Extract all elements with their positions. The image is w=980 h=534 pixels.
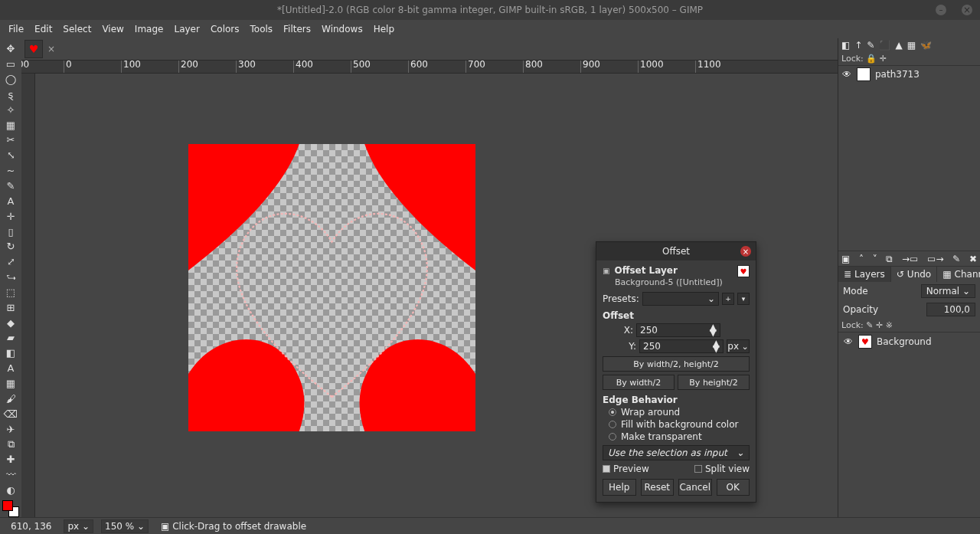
path-stroke-icon[interactable]: ✎ [952,254,960,264]
image-tab-close[interactable]: × [46,44,57,54]
align-tool-icon[interactable]: ▯ [2,224,19,238]
split-view-checkbox[interactable]: Split view [694,464,750,474]
crop-tool-icon[interactable]: ✂ [2,133,19,147]
cancel-button[interactable]: Cancel [678,479,712,496]
perspective-tool-icon[interactable]: ⬚ [2,286,19,300]
flip-tool-icon[interactable]: ⮑ [2,270,19,284]
path-delete-icon[interactable]: ✖ [969,254,977,264]
preset-add-button[interactable]: + [722,293,734,305]
menu-filters[interactable]: Filters [278,21,316,37]
paths-list[interactable]: 👁 path3713 [838,66,980,251]
smudge-tool-icon[interactable]: 〰 [2,468,19,482]
gradient-tool-icon[interactable]: ◧ [2,346,19,360]
by-half-both-button[interactable]: By width/2, height/2 [603,356,750,372]
by-height-half-button[interactable]: By height/2 [678,375,750,390]
dock-icon[interactable]: ▲ [895,40,902,51]
bucket-tool-icon[interactable]: ▰ [2,331,19,345]
menu-layer[interactable]: Layer [168,21,204,37]
radio-transparent[interactable]: Make transparent [609,431,750,442]
opacity-input[interactable]: 100,0 [926,303,975,316]
airbrush-tool-icon[interactable]: ✈ [2,422,19,436]
offset-x-input[interactable]: 250▲▼ [636,323,720,337]
by-width-half-button[interactable]: By width/2 [603,375,675,390]
mode-combo[interactable]: Normal ⌄ [921,284,975,298]
path-tosel-icon[interactable]: →▭ [902,254,918,264]
scale-tool-icon[interactable]: ⤢ [2,255,19,269]
path-down-icon[interactable]: ˅ [873,254,877,264]
clone-tool-icon[interactable]: ⧉ [2,437,19,451]
radio-fill-bg[interactable]: Fill with background color [609,419,750,430]
move-tool-icon[interactable]: ✥ [2,42,19,56]
radio-wrap[interactable]: Wrap around [609,407,750,418]
expand-icon[interactable]: ▣ [603,267,609,275]
dock-icon[interactable]: 🦋 [920,40,932,51]
pattern-tool-icon[interactable]: ▦ [2,377,19,391]
menu-windows[interactable]: Windows [316,21,368,37]
eraser-tool-icon[interactable]: ⌫ [2,407,19,421]
offset-y-input[interactable]: 250▲▼ [639,339,724,353]
path-up-icon[interactable]: ˄ [859,254,864,264]
fg-color-swatch[interactable] [2,500,13,511]
dock-icon[interactable]: ▦ [907,40,916,51]
warp-tool-icon[interactable]: ~ [2,164,19,178]
image-tab-heart[interactable]: ♥ [24,40,43,58]
text-tool-icon[interactable]: A [2,194,19,208]
move-tool2-icon[interactable]: ✛ [2,209,19,223]
preset-menu-button[interactable]: ▾ [737,293,750,305]
path-dup-icon[interactable]: ⧉ [886,254,893,264]
dock-icon[interactable]: ⬛ [879,40,890,51]
heal-tool-icon[interactable]: ✚ [2,453,19,467]
menu-colors[interactable]: Colors [205,21,245,37]
unit-combo[interactable]: px ⌄ [727,339,750,353]
ok-button[interactable]: OK [717,479,750,496]
tab-layers[interactable]: ≣Layers [838,267,891,282]
tab-undo[interactable]: ↺Undo [891,267,937,282]
menu-tools[interactable]: Tools [245,21,279,37]
select-by-color-tool-icon[interactable]: ▦ [2,118,19,132]
brush-tool-icon[interactable]: 🖌 [2,391,19,405]
rotate-tool-icon[interactable]: ↻ [2,240,19,254]
minimize-button[interactable]: – [936,5,946,15]
dialog-close-button[interactable]: × [740,246,751,257]
menu-help[interactable]: Help [368,21,400,37]
path-fromsel-icon[interactable]: ▭→ [927,254,943,264]
unified-transform-icon[interactable]: ⊞ [2,300,19,314]
canvas[interactable] [188,144,475,431]
dialog-titlebar[interactable]: Offset × [596,242,756,260]
path-row[interactable]: 👁 path3713 [838,66,980,83]
layers-list[interactable]: 👁 ♥ Background [838,333,980,517]
help-button[interactable]: Help [603,479,636,496]
menu-view[interactable]: View [96,21,129,37]
path-name[interactable]: path3713 [875,69,920,80]
path-new-icon[interactable]: ▣ [841,254,850,264]
reset-button[interactable]: Reset [641,479,675,496]
fuzzy-select-tool-icon[interactable]: ✧ [2,103,19,116]
dock-icon[interactable]: ◧ [841,40,850,51]
menu-file[interactable]: File [3,21,29,37]
canvas-viewport[interactable]: Offset × ▣Offset Layer ♥ Background-5 ([… [35,74,838,517]
tab-channels[interactable]: ▦Channels [937,267,980,282]
window-close-button[interactable]: × [962,5,972,15]
zoom-selector[interactable]: 150 % ⌄ [101,519,149,533]
transform-tool-icon[interactable]: ⤡ [2,149,19,162]
pencil-tool-icon[interactable]: ✎ [2,179,19,193]
rect-select-tool-icon[interactable]: ▭ [2,57,19,71]
fg-bg-colors[interactable] [2,500,19,517]
menu-image[interactable]: Image [129,21,169,37]
dodge-tool-icon[interactable]: ◐ [2,483,19,496]
preview-checkbox[interactable]: Preview [603,464,649,474]
ellipse-select-tool-icon[interactable]: ◯ [2,73,19,87]
dock-icon[interactable]: ↑ [854,40,862,51]
menu-select[interactable]: Select [57,21,96,37]
layer-name[interactable]: Background [877,336,932,347]
offset-dialog[interactable]: Offset × ▣Offset Layer ♥ Background-5 ([… [596,241,756,503]
dock-icon[interactable]: ✎ [867,40,874,51]
layer-visibility-icon[interactable]: 👁 [843,336,854,347]
layer-row[interactable]: 👁 ♥ Background [838,333,980,351]
unit-selector[interactable]: px ⌄ [64,519,93,533]
presets-combo[interactable]: ⌄ [642,292,719,306]
menu-edit[interactable]: Edit [29,21,57,37]
clip-combo[interactable]: Use the selection as input⌄ [603,445,750,460]
text-tool2-icon[interactable]: A [2,362,19,375]
handle-tool-icon[interactable]: ◆ [2,316,19,329]
